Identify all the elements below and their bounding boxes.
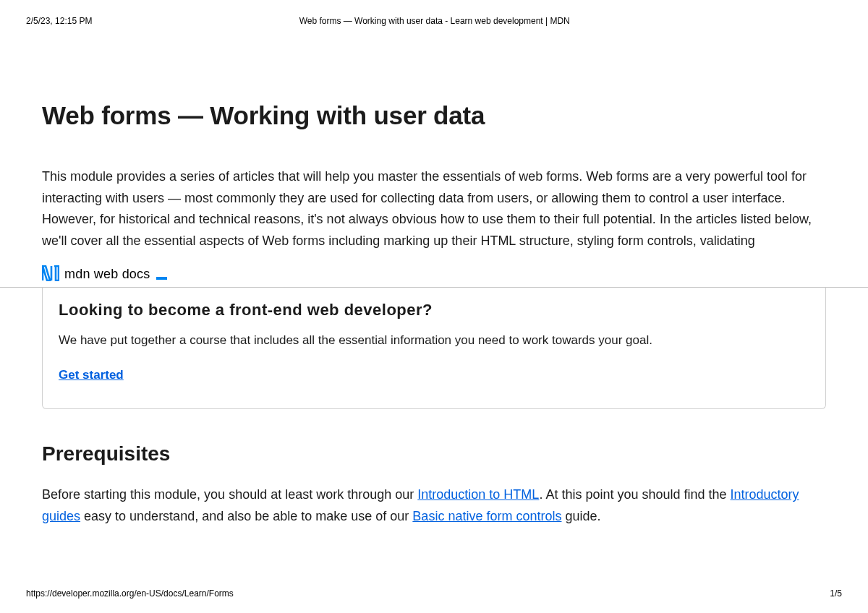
prerequisites-text: Before starting this module, you should … [42, 484, 826, 527]
callout-body: We have put together a course that inclu… [59, 331, 809, 350]
mdn-logo-icon [42, 265, 59, 284]
text: guide. [561, 509, 600, 523]
footer-url: https://developer.mozilla.org/en-US/docs… [26, 588, 234, 599]
get-started-link[interactable]: Get started [59, 368, 124, 382]
intro-to-html-link[interactable]: Introduction to HTML [417, 487, 539, 502]
print-footer: https://developer.mozilla.org/en-US/docs… [0, 588, 868, 599]
print-header: 2/5/23, 12:15 PM Web forms — Working wit… [0, 16, 868, 26]
print-title: Web forms — Working with user data - Lea… [299, 16, 570, 26]
text: easy to understand, and also be able to … [80, 509, 412, 523]
main-content: Web forms — Working with user data This … [42, 101, 826, 528]
intro-paragraph: This module provides a series of article… [42, 166, 826, 252]
text: Before starting this module, you should … [42, 487, 417, 502]
mdn-logo-text: mdn web docs [64, 267, 150, 282]
print-timestamp: 2/5/23, 12:15 PM [26, 16, 92, 26]
callout-box: Looking to become a front-end web develo… [42, 288, 826, 410]
prerequisites-heading: Prerequisites [42, 442, 826, 466]
mdn-logo: mdn web docs [42, 265, 826, 284]
page-title: Web forms — Working with user data [42, 101, 826, 130]
cursor-icon [156, 277, 167, 280]
callout-heading: Looking to become a front-end web develo… [59, 301, 809, 320]
basic-native-form-controls-link[interactable]: Basic native form controls [412, 509, 561, 523]
text: . At this point you should find the [539, 487, 730, 502]
footer-page-number: 1/5 [830, 588, 842, 599]
